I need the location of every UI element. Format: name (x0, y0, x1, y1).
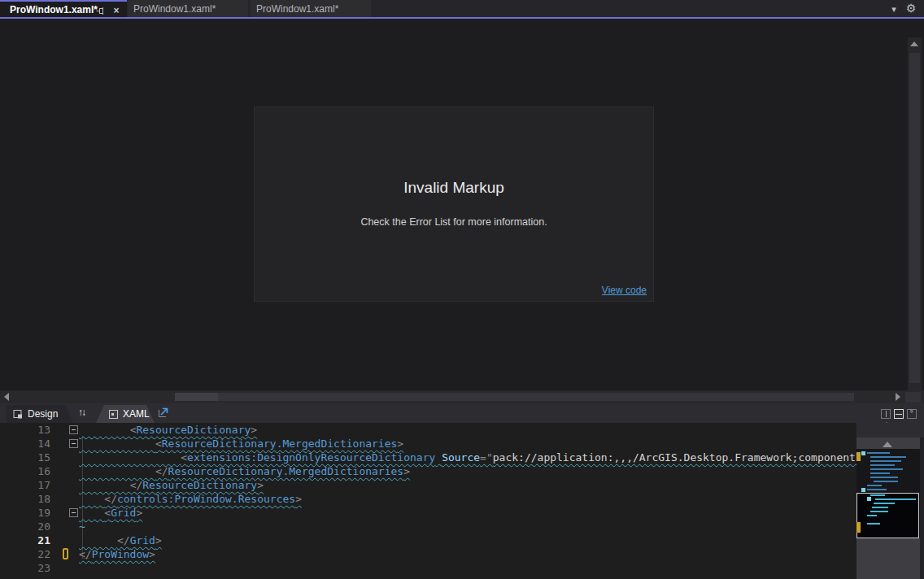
code-text: </controls:ProWindow.Resources> (79, 492, 302, 506)
scroll-up-arrow-icon[interactable] (910, 41, 918, 46)
pin-icon[interactable] (94, 5, 106, 16)
view-switcher: Design ↑↓ XAML » (0, 403, 924, 423)
code-line-14[interactable]: 14 <ResourceDictionary.MergedDictionarie… (0, 437, 856, 451)
code-line-16[interactable]: 16 </ResourceDictionary.MergedDictionari… (0, 464, 856, 478)
line-number: 16 (0, 464, 50, 478)
minimap-right-strip (920, 438, 924, 579)
code-text: </Grid> (79, 533, 162, 547)
code-line-18[interactable]: 18 </controls:ProWindow.Resources> (0, 492, 856, 506)
xaml-tab-label: XAML (123, 408, 150, 420)
xaml-view-icon (109, 410, 118, 419)
editor-right-gutter (856, 423, 924, 438)
tab-options-gear-icon[interactable]: ⚙ (904, 1, 917, 16)
line-number: 23 (0, 561, 50, 575)
code-line-21[interactable]: 21 </Grid> (0, 533, 856, 547)
designer-canvas[interactable]: Invalid Markup Check the Error List for … (0, 19, 924, 390)
line-number: 18 (0, 492, 50, 506)
tab-overflow-chevron-icon[interactable]: ▾ (888, 2, 900, 16)
tab-design-view[interactable]: Design (7, 405, 73, 423)
code-text: ~ (79, 520, 85, 533)
invalid-markup-title: Invalid Markup (255, 179, 653, 197)
minimap-change-marker (856, 522, 861, 533)
minimap[interactable] (856, 438, 920, 579)
xaml-editor[interactable]: 13 <ResourceDictionary>14 <ResourceDicti… (0, 423, 856, 579)
minimap-up-arrow-icon[interactable] (883, 442, 892, 447)
fold-collapse-box[interactable] (69, 439, 78, 448)
line-number: 20 (0, 520, 50, 533)
horizontal-scrollbar-thumb-highlight[interactable] (175, 393, 218, 401)
code-line-23[interactable]: 23 (0, 561, 856, 575)
popout-window-icon[interactable] (158, 407, 169, 418)
line-number: 22 (0, 547, 50, 561)
document-tab-bar: ProWindow1.xaml* × ProWindow1.xaml* ProW… (0, 0, 924, 17)
scrollbar-corner (905, 392, 921, 403)
vs-window: ProWindow1.xaml* × ProWindow1.xaml* ProW… (0, 0, 924, 579)
code-text: </ProWindow> (79, 547, 155, 561)
swap-views-icon[interactable]: ↑↓ (78, 407, 85, 418)
invalid-markup-message: Check the Error List for more informatio… (255, 216, 653, 228)
scroll-left-arrow-icon[interactable] (4, 393, 9, 401)
tab-label: ProWindow1.xaml* (133, 3, 216, 15)
view-code-link[interactable]: View code (602, 285, 647, 296)
tab-xaml-view[interactable]: XAML (96, 405, 155, 423)
collapse-pane-button[interactable]: » (907, 409, 917, 419)
fold-collapse-box[interactable] (69, 425, 78, 434)
code-line-20[interactable]: 20~ (0, 520, 856, 533)
code-text: </ResourceDictionary> (79, 478, 264, 492)
code-text: <Grid> (79, 506, 142, 520)
code-text: <extensions:DesignOnlyResourceDictionary… (79, 451, 856, 464)
invalid-markup-panel: Invalid Markup Check the Error List for … (254, 107, 654, 302)
code-text: <ResourceDictionary.MergedDictionaries> (79, 437, 403, 451)
horizontal-scrollbar-thumb[interactable] (218, 393, 854, 401)
code-line-17[interactable]: 17 </ResourceDictionary> (0, 478, 856, 492)
line-number: 15 (0, 451, 50, 464)
vertical-scrollbar-thumb[interactable] (909, 53, 920, 383)
code-line-19[interactable]: 19 <Grid> (0, 506, 856, 520)
line-number: 14 (0, 437, 50, 451)
code-line-13[interactable]: 13 <ResourceDictionary> (0, 423, 856, 437)
tab-prowindow1-active[interactable]: ProWindow1.xaml* × (0, 0, 127, 17)
line-number: 19 (0, 506, 50, 520)
fold-collapse-box[interactable] (69, 508, 78, 517)
minimap-change-marker (856, 452, 861, 461)
tab-label: ProWindow1.xaml* (256, 3, 338, 15)
code-line-22[interactable]: 22</ProWindow> (0, 547, 856, 561)
design-view-icon (13, 409, 23, 419)
split-vertical-button[interactable] (881, 409, 891, 419)
line-number: 17 (0, 478, 50, 492)
design-tab-label: Design (28, 408, 58, 420)
split-horizontal-button[interactable] (894, 409, 904, 419)
line-number: 13 (0, 423, 50, 437)
designer-horizontal-scrollbar[interactable] (0, 390, 924, 403)
unsaved-change-marker (63, 548, 68, 559)
code-line-15[interactable]: 15 <extensions:DesignOnlyResourceDiction… (0, 451, 856, 464)
designer-vertical-scrollbar[interactable] (908, 37, 922, 408)
tab-prowindow1-2[interactable]: ProWindow1.xaml* (128, 0, 248, 17)
code-text: </ResourceDictionary.MergedDictionaries> (79, 464, 410, 478)
code-text: <ResourceDictionary> (79, 423, 257, 437)
tab-prowindow1-3[interactable]: ProWindow1.xaml* (251, 0, 371, 17)
tab-label: ProWindow1.xaml* (10, 4, 98, 15)
close-icon[interactable]: × (111, 5, 122, 16)
line-number: 21 (0, 533, 50, 547)
scroll-right-arrow-icon[interactable] (896, 393, 900, 401)
